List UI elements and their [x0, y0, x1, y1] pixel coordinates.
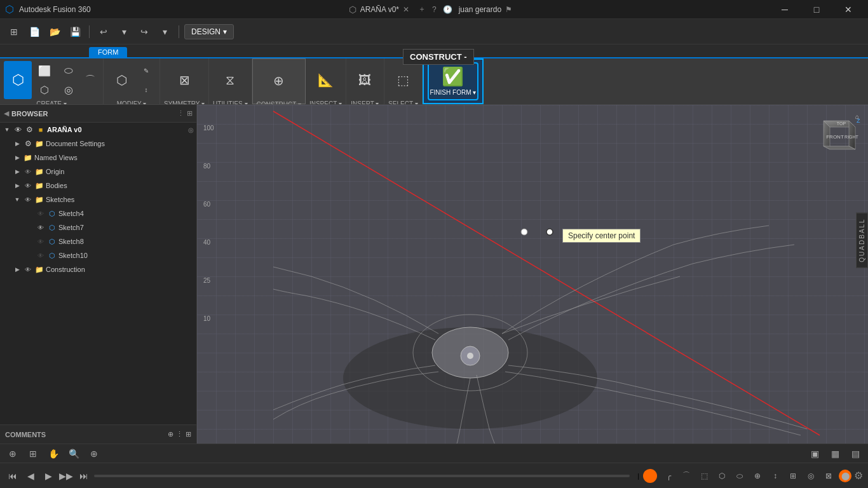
- edit-form-button[interactable]: ✎: [137, 62, 156, 79]
- doc-settings-gear-icon[interactable]: ⚙: [23, 139, 33, 149]
- close-tab-icon[interactable]: ✕: [403, 5, 409, 14]
- design-workspace-button[interactable]: DESIGN ▾: [184, 24, 234, 39]
- anim-settings-icon[interactable]: ⚙: [854, 470, 863, 482]
- construction-visibility-icon[interactable]: 👁: [23, 264, 33, 274]
- expand-origin-arrow[interactable]: ▶: [13, 167, 22, 176]
- form-tab[interactable]: FORM: [89, 47, 127, 57]
- redo-dropdown[interactable]: ▾: [156, 23, 173, 41]
- sketch-tool-4[interactable]: ⬚: [696, 468, 712, 484]
- inspect-label[interactable]: INSPECT ▾: [309, 100, 342, 104]
- grid-button[interactable]: ▦: [827, 446, 843, 461]
- origin-visibility-icon[interactable]: 👁: [23, 166, 33, 177]
- tree-item-sketch8[interactable]: ▶ 👁 ⬡ Sketch8: [0, 234, 196, 248]
- display-mode-button[interactable]: ▣: [807, 446, 822, 461]
- pull-button[interactable]: ↕: [137, 81, 156, 98]
- select-main-button[interactable]: ⬚: [389, 61, 417, 99]
- tree-item-construction[interactable]: ▶ 👁 📁 Construction: [0, 262, 196, 276]
- comments-options-icon[interactable]: ⋮: [176, 430, 183, 438]
- viewcube[interactable]: FRONT TOP RIGHT ⌂ Z: [811, 111, 862, 162]
- anim-prev-button[interactable]: ◀: [23, 468, 38, 484]
- create-label[interactable]: CREATE ▾: [36, 100, 67, 104]
- expand-named-views-arrow[interactable]: ▶: [13, 153, 22, 162]
- expand-bodies-arrow[interactable]: ▶: [13, 181, 22, 190]
- snap-grid-button[interactable]: ▤: [848, 446, 863, 461]
- torus-button[interactable]: ◎: [57, 81, 80, 98]
- box-button[interactable]: ⬜: [33, 62, 56, 79]
- tree-item-sketches[interactable]: ▼ 👁 📁 Sketches: [0, 193, 196, 207]
- construct-label[interactable]: CONSTRUCT ▾: [257, 101, 301, 104]
- active-sketch-tool[interactable]: [643, 469, 657, 483]
- browser-expand-icon[interactable]: ⊞: [187, 109, 193, 118]
- modify-label[interactable]: MODIFY ▾: [117, 100, 146, 104]
- sketch4-visibility-icon[interactable]: 👁: [36, 208, 46, 219]
- redo-button[interactable]: ↪: [135, 23, 153, 41]
- sketch-tool-11[interactable]: ⊠: [821, 468, 836, 484]
- tree-item-sketch10[interactable]: ▶ 👁 ⬡ Sketch10: [0, 248, 196, 262]
- expand-root-arrow[interactable]: ▼: [3, 125, 11, 134]
- sketch8-visibility-icon[interactable]: 👁: [36, 236, 46, 247]
- grid-menu-button[interactable]: ⊞: [5, 23, 23, 41]
- sketch-tool-2[interactable]: ╭: [661, 468, 676, 484]
- animation-track[interactable]: [94, 475, 630, 477]
- utilities-main-button[interactable]: ⧖: [216, 61, 244, 99]
- tree-item-origin[interactable]: ▶ 👁 📁 Origin: [0, 165, 196, 179]
- open-button[interactable]: 📂: [46, 23, 64, 41]
- undo-button[interactable]: ↩: [95, 23, 112, 41]
- root-gear-icon[interactable]: ⚙: [24, 125, 34, 135]
- comments-add-icon[interactable]: ⊕: [168, 430, 173, 438]
- close-button[interactable]: ✕: [834, 0, 863, 19]
- snap-button[interactable]: ⊕: [5, 446, 20, 461]
- tree-item-root[interactable]: ▼ 👁 ⚙ ■ ARAÑA v0 ◎: [0, 123, 196, 137]
- layout-button[interactable]: ⊞: [25, 446, 41, 461]
- sketch-tool-10[interactable]: ◎: [803, 468, 818, 484]
- add-tab-icon[interactable]: ＋: [418, 4, 426, 15]
- insert-label[interactable]: INSERT ▾: [351, 100, 379, 104]
- zoom-window-button[interactable]: ⊕: [86, 446, 102, 461]
- expand-sketches-arrow[interactable]: ▼: [13, 195, 22, 204]
- sketches-visibility-icon[interactable]: 👁: [23, 194, 33, 205]
- sphere-button[interactable]: ⬡: [33, 81, 56, 98]
- minimize-button[interactable]: ─: [770, 0, 799, 19]
- symmetry-label[interactable]: SYMMETRY ▾: [164, 100, 205, 104]
- root-visibility-icon[interactable]: 👁: [13, 125, 23, 135]
- cylinder-button[interactable]: ⬭: [57, 62, 80, 79]
- tree-item-bodies[interactable]: ▶ 👁 📁 Bodies: [0, 179, 196, 193]
- expand-construction-arrow[interactable]: ▶: [13, 265, 22, 274]
- insert-main-button[interactable]: 🖼: [351, 61, 379, 99]
- finish-form-button[interactable]: ✅ FINISH FORM ▾: [428, 62, 478, 100]
- sketch-tool-6[interactable]: ⬭: [732, 468, 747, 484]
- undo-dropdown[interactable]: ▾: [115, 23, 133, 41]
- inspect-main-button[interactable]: 📐: [311, 61, 339, 99]
- tree-item-named-views[interactable]: ▶ 📁 Named Views: [0, 151, 196, 165]
- utilities-label[interactable]: UTILITIES ▾: [213, 100, 247, 104]
- new-button[interactable]: 📄: [25, 23, 43, 41]
- viewport[interactable]: 100 80 60 40 25 10: [197, 105, 868, 444]
- pan-button[interactable]: ✋: [46, 446, 61, 461]
- sketch-tool-3[interactable]: ⌒: [679, 468, 694, 484]
- sketch-tool-5[interactable]: ⬡: [714, 468, 729, 484]
- sketch10-visibility-icon[interactable]: 👁: [36, 250, 46, 261]
- sketch-tool-12[interactable]: ⬤: [839, 470, 851, 482]
- more-shapes-button[interactable]: ⌒: [81, 61, 99, 99]
- construct-main-button[interactable]: ⊕: [265, 62, 293, 100]
- sketch-tool-9[interactable]: ⊞: [785, 468, 801, 484]
- bodies-visibility-icon[interactable]: 👁: [23, 180, 33, 191]
- sketch-tool-8[interactable]: ↕: [768, 468, 783, 484]
- anim-first-button[interactable]: ⏮: [5, 468, 20, 484]
- browser-options-icon[interactable]: ⋮: [177, 109, 184, 118]
- zoom-button[interactable]: 🔍: [66, 446, 81, 461]
- save-button[interactable]: 💾: [66, 23, 84, 41]
- sketch-tool-7[interactable]: ⊕: [750, 468, 765, 484]
- comments-expand-icon[interactable]: ⊞: [186, 430, 191, 438]
- expand-doc-settings-arrow[interactable]: ▶: [13, 139, 22, 148]
- tree-item-sketch4[interactable]: ▶ 👁 ⬡ Sketch4: [0, 207, 196, 220]
- tree-item-doc-settings[interactable]: ▶ ⚙ 📁 Document Settings: [0, 137, 196, 151]
- sketch7-visibility-icon[interactable]: 👁: [36, 222, 46, 233]
- create-form-button[interactable]: ⬡: [4, 61, 32, 99]
- anim-play-button[interactable]: ▶: [41, 468, 56, 484]
- collapse-sidebar-icon[interactable]: ◀: [4, 109, 9, 118]
- maximize-button[interactable]: □: [802, 0, 831, 19]
- root-target-icon[interactable]: ◎: [188, 126, 194, 133]
- tree-item-sketch7[interactable]: ▶ 👁 ⬡ Sketch7: [0, 220, 196, 234]
- help-icon[interactable]: ?: [432, 5, 437, 14]
